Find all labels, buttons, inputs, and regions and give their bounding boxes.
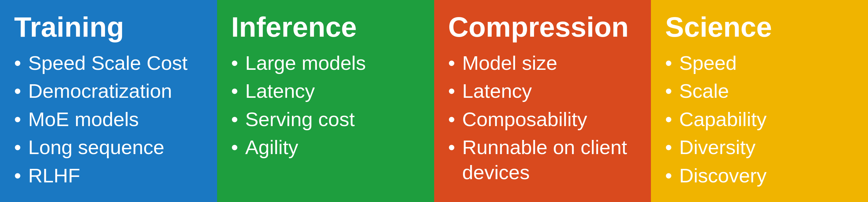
- list-item: Agility: [231, 135, 420, 160]
- list-item: Scale: [665, 78, 854, 104]
- list-item: Discovery: [665, 163, 854, 188]
- list-item: Latency: [448, 78, 637, 104]
- list-item: Composability: [448, 107, 637, 132]
- list-item: Latency: [231, 78, 420, 104]
- list-item: Serving cost: [231, 107, 420, 132]
- science-title: Science: [665, 11, 854, 43]
- list-item: Speed Scale Cost: [14, 51, 203, 76]
- list-item: Democratization: [14, 78, 203, 104]
- panel-science: Science Speed Scale Capability Diversity…: [651, 0, 868, 202]
- list-item: Long sequence: [14, 135, 203, 160]
- panel-compression: Compression Model size Latency Composabi…: [434, 0, 651, 202]
- inference-list: Large models Latency Serving cost Agilit…: [231, 51, 420, 160]
- inference-title: Inference: [231, 11, 420, 43]
- list-item: RLHF: [14, 163, 203, 188]
- list-item: Speed: [665, 51, 854, 76]
- list-item: Diversity: [665, 135, 854, 160]
- compression-list: Model size Latency Composability Runnabl…: [448, 51, 637, 185]
- panel-inference: Inference Large models Latency Serving c…: [217, 0, 434, 202]
- list-item: Large models: [231, 51, 420, 76]
- list-item: Capability: [665, 107, 854, 132]
- panel-training: Training Speed Scale Cost Democratizatio…: [0, 0, 217, 202]
- compression-title: Compression: [448, 11, 637, 43]
- list-item: MoE models: [14, 107, 203, 132]
- training-list: Speed Scale Cost Democratization MoE mod…: [14, 51, 203, 188]
- science-list: Speed Scale Capability Diversity Discove…: [665, 51, 854, 188]
- training-title: Training: [14, 11, 203, 43]
- list-item: Model size: [448, 51, 637, 76]
- list-item: Runnable on client devices: [448, 135, 637, 185]
